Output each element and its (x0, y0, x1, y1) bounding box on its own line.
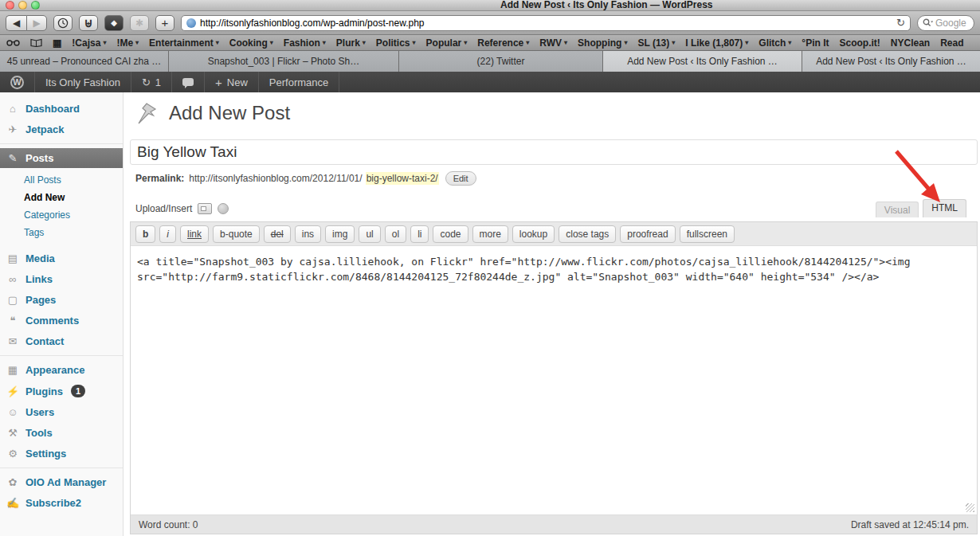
bookmark-fashion[interactable]: Fashion▾ (284, 37, 326, 49)
top-sites-button[interactable]: ▦ (53, 37, 61, 49)
qt-fullscreen[interactable]: fullscreen (680, 225, 735, 243)
address-bar[interactable]: http://itsonlyfashionblog.com/wp-admin/p… (181, 15, 911, 31)
bookmark-cajsa[interactable]: !Cajsa▾ (72, 37, 106, 49)
resize-grip[interactable] (966, 503, 974, 512)
sidebar-item-pages[interactable]: ▢Pages (0, 290, 123, 310)
bookmark-popular[interactable]: Popular▾ (426, 37, 468, 49)
bookmark-i-like-1-807[interactable]: I Like (1,807)▾ (685, 37, 748, 49)
forward-button[interactable]: ▶ (26, 15, 47, 31)
sidebar-item-jetpack[interactable]: ✈Jetpack (0, 119, 123, 139)
sidebar-item-appearance[interactable]: ▦Appearance (0, 360, 123, 380)
permalink-label: Permalink: (135, 173, 184, 184)
dropdown-arrow-icon: ▾ (672, 39, 675, 46)
bookmark-politics[interactable]: Politics▾ (376, 37, 416, 49)
qt-ul[interactable]: ul (359, 225, 380, 243)
bookmark-scoop-it[interactable]: Scoop.it! (839, 37, 880, 49)
bookmark-reference[interactable]: Reference▾ (477, 37, 529, 49)
qt-more[interactable]: more (472, 225, 508, 243)
sidebar-subitem-tags[interactable]: Tags (0, 224, 123, 241)
browser-tab-4[interactable]: Add New Post ‹ Its Only Fashion … (603, 51, 802, 72)
qt-b-quote[interactable]: b-quote (213, 225, 260, 243)
qt-img[interactable]: img (325, 225, 355, 243)
word-count: Word count: 0 (139, 519, 198, 530)
sidebar-item-comments[interactable]: ❝Comments (0, 311, 123, 331)
qt-li[interactable]: li (410, 225, 429, 243)
qt-ol[interactable]: ol (385, 225, 406, 243)
bookmark-me[interactable]: !Me▾ (116, 37, 139, 49)
bookmark-read[interactable]: Read (940, 37, 963, 49)
bookmark-glitch[interactable]: Glitch▾ (759, 37, 791, 49)
bookmark-plurk[interactable]: Plurk▾ (336, 37, 366, 49)
tab-html[interactable]: HTML (923, 199, 966, 217)
add-bookmark-button[interactable]: ⊎ (79, 15, 98, 31)
close-window-button[interactable] (6, 1, 14, 10)
browser-toolbar: ◀ ▶ ⊎ ◆ ✱ + http://itsonlyfashionblog.co… (0, 11, 980, 35)
sidebar-subitem-categories[interactable]: Categories (0, 206, 123, 224)
new-content-menu[interactable]: + New (205, 72, 259, 92)
extension-button[interactable]: ◆ (104, 15, 123, 31)
sidebar-item-posts[interactable]: ✎Posts (0, 148, 123, 168)
reload-button[interactable]: ↻ (896, 17, 905, 29)
sidebar-subitem-add-new[interactable]: Add New (0, 189, 123, 206)
qt-del[interactable]: del (264, 225, 291, 243)
sidebar-subitem-all-posts[interactable]: All Posts (0, 171, 123, 189)
qt-b[interactable]: b (135, 225, 155, 243)
posts-submenu: All PostsAdd NewCategoriesTags (0, 169, 123, 248)
qt-close-tags[interactable]: close tags (559, 225, 616, 243)
qt-lookup[interactable]: lookup (512, 225, 555, 243)
plugins-icon: ⚡ (6, 385, 19, 397)
sidebar-item-links[interactable]: ∞Links (0, 269, 123, 289)
site-name-menu[interactable]: Its Only Fashion (35, 72, 131, 92)
browser-tab-1[interactable]: 45 unread – Pronounced CAI zha … (0, 51, 169, 72)
post-title-input[interactable] (130, 139, 978, 165)
qt-i[interactable]: i (159, 225, 176, 243)
permalink-slug[interactable]: big-yellow-taxi-2/ (366, 172, 439, 185)
bookmark-shopping[interactable]: Shopping▾ (578, 37, 627, 49)
history-button[interactable] (53, 15, 73, 31)
bookmark-pin-it[interactable]: °Pin It (802, 37, 829, 49)
sidebar-item-plugins[interactable]: ⚡Plugins1 (0, 381, 123, 401)
save-status: Draft saved at 12:45:14 pm. (851, 519, 969, 530)
edit-permalink-button[interactable]: Edit (445, 171, 476, 186)
updates-menu[interactable]: ↻ 1 (131, 72, 172, 92)
media-button-icon[interactable] (218, 203, 229, 214)
url-text[interactable]: http://itsonlyfashionblog.com/wp-admin/p… (200, 18, 892, 29)
sidebar-item-contact[interactable]: ✉Contact (0, 331, 123, 351)
sidebar-item-settings[interactable]: ⚙Settings (0, 444, 123, 464)
bookmarks-menu-button[interactable] (30, 38, 42, 47)
editor-box: bilinkb-quotedelinsimgulollicodemorelook… (130, 221, 978, 534)
post-content-textarea[interactable]: <a title="Snapshot_003 by cajsa.lillieho… (131, 246, 977, 514)
sidebar-item-oio-ad-manager[interactable]: ✿OIO Ad Manager (0, 472, 123, 492)
add-media-icon[interactable] (198, 203, 212, 214)
permalink-row: Permalink: http://itsonlyfashionblog.com… (135, 171, 476, 186)
sidebar-item-tools[interactable]: ⚒Tools (0, 423, 123, 443)
sidebar-item-subscribe2[interactable]: ✍Subscribe2 (0, 493, 123, 513)
sidebar-item-users[interactable]: ☺Users (0, 402, 123, 422)
qt-ins[interactable]: ins (295, 225, 321, 243)
sidebar-item-media[interactable]: ▤Media (0, 248, 123, 268)
performance-menu[interactable]: Performance (259, 72, 339, 92)
bookmark-entertainment[interactable]: Entertainment▾ (149, 37, 219, 49)
back-button[interactable]: ◀ (6, 15, 26, 31)
qt-link[interactable]: link (180, 225, 209, 243)
qt-proofread[interactable]: proofread (620, 225, 675, 243)
sidebar-item-dashboard[interactable]: ⌂Dashboard (0, 99, 123, 119)
new-tab-button[interactable]: + (155, 15, 174, 31)
reading-list-button[interactable] (6, 39, 20, 46)
browser-tab-3[interactable]: (22) Twitter (399, 51, 603, 72)
wp-logo-menu[interactable]: W (0, 72, 35, 92)
zoom-window-button[interactable] (31, 1, 40, 10)
bookmark-rwv[interactable]: RWV▾ (539, 37, 567, 49)
tab-visual[interactable]: Visual (876, 201, 919, 217)
bookmark-sl-13[interactable]: SL (13)▾ (637, 37, 675, 49)
users-icon: ☺ (6, 406, 19, 418)
browser-tab-2[interactable]: Snapshot_003 | Flickr – Photo Sh… (169, 51, 399, 72)
search-field[interactable]: Google (917, 15, 974, 31)
qt-code[interactable]: code (433, 225, 468, 243)
comments-menu[interactable] (172, 72, 205, 92)
dropdown-arrow-icon: ▾ (135, 39, 139, 46)
browser-tab-5[interactable]: Add New Post ‹ Its Only Fashion … (802, 51, 980, 72)
minimize-window-button[interactable] (18, 1, 27, 10)
bookmark-cooking[interactable]: Cooking▾ (229, 37, 273, 49)
bookmark-nyclean[interactable]: NYClean (891, 37, 930, 49)
